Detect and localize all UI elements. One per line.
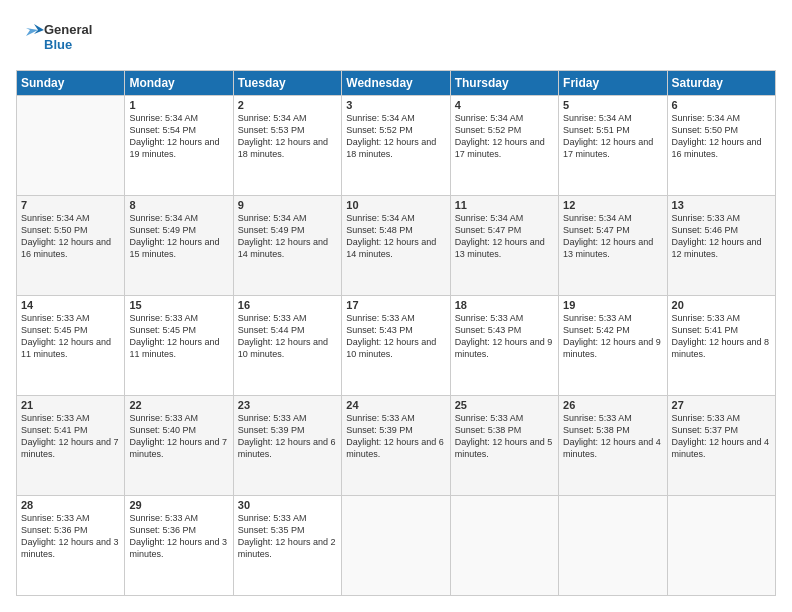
calendar-cell: 1Sunrise: 5:34 AMSunset: 5:54 PMDaylight… xyxy=(125,96,233,196)
sunrise-text: Sunrise: 5:33 AM xyxy=(21,312,120,324)
calendar-cell: 4Sunrise: 5:34 AMSunset: 5:52 PMDaylight… xyxy=(450,96,558,196)
daylight-text: Daylight: 12 hours and 10 minutes. xyxy=(238,336,337,360)
day-number: 27 xyxy=(672,399,771,411)
day-number: 12 xyxy=(563,199,662,211)
calendar-cell: 16Sunrise: 5:33 AMSunset: 5:44 PMDayligh… xyxy=(233,296,341,396)
day-number: 29 xyxy=(129,499,228,511)
daylight-text: Daylight: 12 hours and 17 minutes. xyxy=(455,136,554,160)
daylight-text: Daylight: 12 hours and 16 minutes. xyxy=(21,236,120,260)
sunrise-text: Sunrise: 5:33 AM xyxy=(129,312,228,324)
sunrise-text: Sunrise: 5:34 AM xyxy=(129,212,228,224)
sunrise-text: Sunrise: 5:33 AM xyxy=(672,212,771,224)
calendar-cell: 10Sunrise: 5:34 AMSunset: 5:48 PMDayligh… xyxy=(342,196,450,296)
sunset-text: Sunset: 5:47 PM xyxy=(563,224,662,236)
col-header-tuesday: Tuesday xyxy=(233,71,341,96)
day-number: 18 xyxy=(455,299,554,311)
calendar-cell: 22Sunrise: 5:33 AMSunset: 5:40 PMDayligh… xyxy=(125,396,233,496)
sunrise-text: Sunrise: 5:33 AM xyxy=(129,512,228,524)
sunrise-text: Sunrise: 5:34 AM xyxy=(563,112,662,124)
calendar-cell: 13Sunrise: 5:33 AMSunset: 5:46 PMDayligh… xyxy=(667,196,775,296)
col-header-wednesday: Wednesday xyxy=(342,71,450,96)
sunrise-text: Sunrise: 5:33 AM xyxy=(455,312,554,324)
sunset-text: Sunset: 5:52 PM xyxy=(455,124,554,136)
calendar-cell: 18Sunrise: 5:33 AMSunset: 5:43 PMDayligh… xyxy=(450,296,558,396)
daylight-text: Daylight: 12 hours and 4 minutes. xyxy=(672,436,771,460)
calendar-cell: 27Sunrise: 5:33 AMSunset: 5:37 PMDayligh… xyxy=(667,396,775,496)
daylight-text: Daylight: 12 hours and 14 minutes. xyxy=(346,236,445,260)
day-number: 5 xyxy=(563,99,662,111)
sunset-text: Sunset: 5:51 PM xyxy=(563,124,662,136)
calendar-cell xyxy=(342,496,450,596)
sunset-text: Sunset: 5:41 PM xyxy=(21,424,120,436)
daylight-text: Daylight: 12 hours and 7 minutes. xyxy=(21,436,120,460)
day-number: 14 xyxy=(21,299,120,311)
daylight-text: Daylight: 12 hours and 13 minutes. xyxy=(455,236,554,260)
col-header-sunday: Sunday xyxy=(17,71,125,96)
daylight-text: Daylight: 12 hours and 9 minutes. xyxy=(455,336,554,360)
sunrise-text: Sunrise: 5:34 AM xyxy=(21,212,120,224)
daylight-text: Daylight: 12 hours and 14 minutes. xyxy=(238,236,337,260)
sunrise-text: Sunrise: 5:33 AM xyxy=(238,312,337,324)
sunset-text: Sunset: 5:43 PM xyxy=(346,324,445,336)
calendar-cell: 14Sunrise: 5:33 AMSunset: 5:45 PMDayligh… xyxy=(17,296,125,396)
day-number: 30 xyxy=(238,499,337,511)
header-row: SundayMondayTuesdayWednesdayThursdayFrid… xyxy=(17,71,776,96)
day-number: 15 xyxy=(129,299,228,311)
day-number: 21 xyxy=(21,399,120,411)
daylight-text: Daylight: 12 hours and 12 minutes. xyxy=(672,236,771,260)
week-row-4: 21Sunrise: 5:33 AMSunset: 5:41 PMDayligh… xyxy=(17,396,776,496)
col-header-friday: Friday xyxy=(559,71,667,96)
sunrise-text: Sunrise: 5:33 AM xyxy=(455,412,554,424)
sunrise-text: Sunrise: 5:33 AM xyxy=(672,412,771,424)
calendar-cell: 9Sunrise: 5:34 AMSunset: 5:49 PMDaylight… xyxy=(233,196,341,296)
day-number: 2 xyxy=(238,99,337,111)
day-number: 13 xyxy=(672,199,771,211)
calendar-cell: 23Sunrise: 5:33 AMSunset: 5:39 PMDayligh… xyxy=(233,396,341,496)
sunset-text: Sunset: 5:37 PM xyxy=(672,424,771,436)
sunset-text: Sunset: 5:42 PM xyxy=(563,324,662,336)
svg-text:Blue: Blue xyxy=(44,37,72,52)
sunrise-text: Sunrise: 5:33 AM xyxy=(346,412,445,424)
daylight-text: Daylight: 12 hours and 6 minutes. xyxy=(346,436,445,460)
sunset-text: Sunset: 5:39 PM xyxy=(346,424,445,436)
sunset-text: Sunset: 5:43 PM xyxy=(455,324,554,336)
sunset-text: Sunset: 5:45 PM xyxy=(21,324,120,336)
calendar-cell: 5Sunrise: 5:34 AMSunset: 5:51 PMDaylight… xyxy=(559,96,667,196)
sunset-text: Sunset: 5:50 PM xyxy=(672,124,771,136)
day-number: 4 xyxy=(455,99,554,111)
sunrise-text: Sunrise: 5:34 AM xyxy=(346,112,445,124)
calendar-cell: 20Sunrise: 5:33 AMSunset: 5:41 PMDayligh… xyxy=(667,296,775,396)
sunset-text: Sunset: 5:52 PM xyxy=(346,124,445,136)
calendar-cell: 26Sunrise: 5:33 AMSunset: 5:38 PMDayligh… xyxy=(559,396,667,496)
calendar-cell: 19Sunrise: 5:33 AMSunset: 5:42 PMDayligh… xyxy=(559,296,667,396)
sunset-text: Sunset: 5:38 PM xyxy=(455,424,554,436)
logo-svg: General Blue xyxy=(16,16,126,58)
daylight-text: Daylight: 12 hours and 2 minutes. xyxy=(238,536,337,560)
day-number: 11 xyxy=(455,199,554,211)
sunset-text: Sunset: 5:48 PM xyxy=(346,224,445,236)
day-number: 26 xyxy=(563,399,662,411)
page: General Blue SundayMondayTuesdayWednesda… xyxy=(0,0,792,612)
daylight-text: Daylight: 12 hours and 18 minutes. xyxy=(346,136,445,160)
sunrise-text: Sunrise: 5:34 AM xyxy=(563,212,662,224)
daylight-text: Daylight: 12 hours and 6 minutes. xyxy=(238,436,337,460)
sunset-text: Sunset: 5:54 PM xyxy=(129,124,228,136)
calendar-cell: 17Sunrise: 5:33 AMSunset: 5:43 PMDayligh… xyxy=(342,296,450,396)
day-number: 19 xyxy=(563,299,662,311)
sunset-text: Sunset: 5:46 PM xyxy=(672,224,771,236)
sunset-text: Sunset: 5:50 PM xyxy=(21,224,120,236)
day-number: 6 xyxy=(672,99,771,111)
calendar-cell xyxy=(17,96,125,196)
calendar-cell: 3Sunrise: 5:34 AMSunset: 5:52 PMDaylight… xyxy=(342,96,450,196)
daylight-text: Daylight: 12 hours and 3 minutes. xyxy=(21,536,120,560)
daylight-text: Daylight: 12 hours and 15 minutes. xyxy=(129,236,228,260)
daylight-text: Daylight: 12 hours and 11 minutes. xyxy=(21,336,120,360)
sunrise-text: Sunrise: 5:34 AM xyxy=(129,112,228,124)
col-header-monday: Monday xyxy=(125,71,233,96)
calendar-cell: 21Sunrise: 5:33 AMSunset: 5:41 PMDayligh… xyxy=(17,396,125,496)
sunrise-text: Sunrise: 5:34 AM xyxy=(455,212,554,224)
col-header-saturday: Saturday xyxy=(667,71,775,96)
day-number: 25 xyxy=(455,399,554,411)
svg-marker-2 xyxy=(34,24,44,34)
sunset-text: Sunset: 5:38 PM xyxy=(563,424,662,436)
